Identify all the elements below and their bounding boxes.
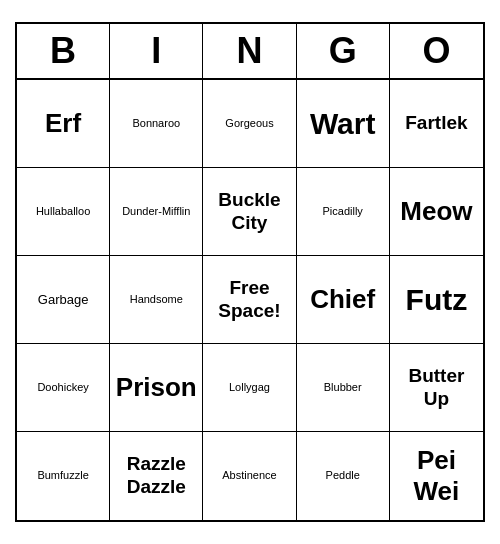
cell-label: Bonnaroo bbox=[132, 117, 180, 130]
cell-label: Dunder-Mifflin bbox=[122, 205, 190, 218]
cell-label: Bumfuzzle bbox=[37, 469, 88, 482]
bingo-cell[interactable]: Butter Up bbox=[390, 344, 483, 432]
bingo-cell[interactable]: Bumfuzzle bbox=[17, 432, 110, 520]
bingo-cell[interactable]: Doohickey bbox=[17, 344, 110, 432]
bingo-cell[interactable]: Garbage bbox=[17, 256, 110, 344]
bingo-cell[interactable]: Handsome bbox=[110, 256, 203, 344]
bingo-cell[interactable]: Chief bbox=[297, 256, 390, 344]
cell-label: Doohickey bbox=[37, 381, 88, 394]
cell-label: Garbage bbox=[38, 292, 89, 308]
bingo-cell[interactable]: Blubber bbox=[297, 344, 390, 432]
cell-label: Peddle bbox=[326, 469, 360, 482]
bingo-cell[interactable]: Fartlek bbox=[390, 80, 483, 168]
bingo-card: BINGO ErfBonnarooGorgeousWartFartlekHull… bbox=[15, 22, 485, 522]
cell-label: Razzle Dazzle bbox=[114, 453, 198, 499]
cell-label: Futz bbox=[406, 282, 468, 318]
bingo-cell[interactable]: Buckle City bbox=[203, 168, 296, 256]
bingo-cell[interactable]: Abstinence bbox=[203, 432, 296, 520]
bingo-cell[interactable]: Erf bbox=[17, 80, 110, 168]
cell-label: Fartlek bbox=[405, 112, 467, 135]
bingo-cell[interactable]: Prison bbox=[110, 344, 203, 432]
bingo-cell[interactable]: Dunder-Mifflin bbox=[110, 168, 203, 256]
cell-label: Butter Up bbox=[394, 365, 479, 411]
bingo-cell[interactable]: Picadilly bbox=[297, 168, 390, 256]
bingo-cell[interactable]: Hullaballoo bbox=[17, 168, 110, 256]
bingo-grid: ErfBonnarooGorgeousWartFartlekHullaballo… bbox=[17, 80, 483, 520]
bingo-cell[interactable]: Meow bbox=[390, 168, 483, 256]
cell-label: Meow bbox=[400, 196, 472, 227]
cell-label: Prison bbox=[116, 372, 197, 403]
header-letter: O bbox=[390, 24, 483, 78]
cell-label: Gorgeous bbox=[225, 117, 273, 130]
header-letter: B bbox=[17, 24, 110, 78]
bingo-header: BINGO bbox=[17, 24, 483, 80]
cell-label: Hullaballoo bbox=[36, 205, 90, 218]
bingo-cell[interactable]: Pei Wei bbox=[390, 432, 483, 520]
cell-label: Picadilly bbox=[323, 205, 363, 218]
cell-label: Blubber bbox=[324, 381, 362, 394]
cell-label: Pei Wei bbox=[394, 445, 479, 507]
cell-label: Free Space! bbox=[207, 277, 291, 323]
bingo-cell[interactable]: Gorgeous bbox=[203, 80, 296, 168]
cell-label: Abstinence bbox=[222, 469, 276, 482]
bingo-cell[interactable]: Bonnaroo bbox=[110, 80, 203, 168]
header-letter: N bbox=[203, 24, 296, 78]
cell-label: Erf bbox=[45, 108, 81, 139]
cell-label: Chief bbox=[310, 284, 375, 315]
cell-label: Handsome bbox=[130, 293, 183, 306]
bingo-cell[interactable]: Free Space! bbox=[203, 256, 296, 344]
bingo-cell[interactable]: Peddle bbox=[297, 432, 390, 520]
bingo-cell[interactable]: Futz bbox=[390, 256, 483, 344]
bingo-cell[interactable]: Razzle Dazzle bbox=[110, 432, 203, 520]
header-letter: I bbox=[110, 24, 203, 78]
bingo-cell[interactable]: Lollygag bbox=[203, 344, 296, 432]
bingo-cell[interactable]: Wart bbox=[297, 80, 390, 168]
cell-label: Lollygag bbox=[229, 381, 270, 394]
cell-label: Buckle City bbox=[207, 189, 291, 235]
cell-label: Wart bbox=[310, 106, 376, 142]
header-letter: G bbox=[297, 24, 390, 78]
